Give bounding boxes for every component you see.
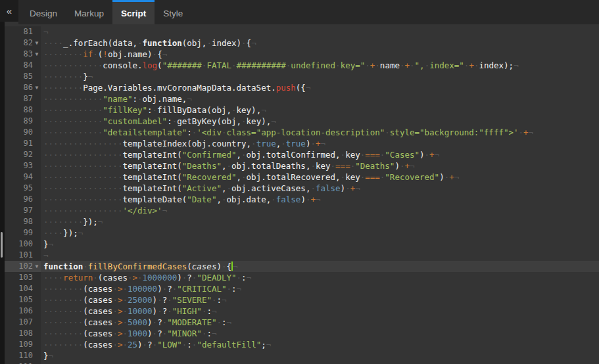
- code-text[interactable]: ········Page.Variables.mvCoronaMapData.d…: [41, 82, 599, 93]
- code-line[interactable]: 105········(cases·>·25000)·?·"SEVERE"·:¬: [5, 294, 599, 306]
- whitespace-marker: ·: [206, 38, 212, 48]
- code-line[interactable]: 103····return·(cases·>·1000000)·?·"DEADL…: [5, 272, 599, 283]
- code-text[interactable]: }¬: [41, 350, 599, 361]
- code-line[interactable]: 107········(cases·>·5000)·?·"MODERATE"·:…: [5, 317, 599, 328]
- line-number: 99: [5, 227, 33, 239]
- token: 1000000: [143, 273, 178, 283]
- code-text[interactable]: ········(cases·>·25000)·?·"SEVERE"·:¬: [41, 294, 599, 306]
- code-line[interactable]: 90············"detailstemplate":·'<div·c…: [5, 127, 599, 138]
- fold-arrow-icon[interactable]: ▼: [33, 37, 41, 49]
- code-text[interactable]: ············"detailstemplate":·'<div·cla…: [41, 127, 599, 138]
- code-line[interactable]: 93················templateInt("Deaths",·…: [5, 160, 599, 171]
- line-number: 92: [5, 149, 33, 160]
- code-line[interactable]: 109········(cases·>·25)·?·"LOW"·:·"defau…: [5, 339, 599, 350]
- token: :: [187, 340, 192, 350]
- code-line[interactable]: 97················'</div>'¬: [5, 205, 599, 216]
- code-text[interactable]: ················'</div>'¬: [41, 205, 599, 216]
- code-line[interactable]: 84············console.log("#######·FATAL…: [5, 60, 599, 71]
- token: "fillKey": [103, 105, 147, 115]
- code-line[interactable]: 108········(cases·>·1000)·?·"MINOR"·:¬: [5, 328, 599, 339]
- code-text[interactable]: ········});¬: [41, 216, 599, 227]
- code-line[interactable]: 104········(cases·>·100000)·?·"CRITICAL"…: [5, 283, 599, 294]
- code-text[interactable]: ········(cases·>·10000)·?·"HIGH"·:¬: [41, 306, 599, 317]
- code-text[interactable]: ················templateInt("Active",·ob…: [41, 183, 599, 194]
- code-line[interactable]: 87············"name":·obj.name,¬: [5, 93, 599, 104]
- code-text[interactable]: ················templateDate("Date",·obj…: [41, 194, 599, 205]
- code-text[interactable]: ············console.log("#######·FATAL·#…: [41, 60, 599, 71]
- token: push: [276, 83, 296, 93]
- code-line[interactable]: 88············"fillKey":·fillByData(obj,…: [5, 104, 599, 116]
- code-text[interactable]: ········(cases·>·100000)·?·"CRITICAL"·:¬: [41, 283, 599, 294]
- code-line[interactable]: 91················templateIndex(obj.coun…: [5, 138, 599, 149]
- collapse-panel-button[interactable]: «: [0, 0, 18, 22]
- gutter: 89: [5, 116, 41, 127]
- code-text[interactable]: ········}¬: [41, 71, 599, 82]
- code-text[interactable]: ········(cases·>·5000)·?·"MODERATE"·:¬: [41, 317, 599, 328]
- token: :: [167, 116, 172, 126]
- whitespace-marker: ¬: [227, 317, 232, 327]
- token: :: [216, 295, 222, 305]
- code-line[interactable]: 102▼function·fillByConfirmedCases(cases)…: [5, 261, 599, 272]
- code-text[interactable]: ············"customLabel":·getByKey(obj,…: [41, 116, 599, 127]
- code-text[interactable]: ········if·(!obj.name)·{¬: [41, 49, 599, 60]
- code-line[interactable]: 89············"customLabel":·getByKey(ob…: [5, 116, 599, 127]
- code-text[interactable]: ····});¬: [41, 227, 599, 239]
- fold-arrow-icon[interactable]: ▼: [33, 261, 41, 272]
- line-number: 93: [5, 160, 33, 171]
- tab-markup[interactable]: Markup: [66, 0, 112, 24]
- fold-spacer: [33, 239, 41, 250]
- fold-spacer: [33, 216, 41, 227]
- code-text[interactable]: ¬: [41, 250, 599, 261]
- code-line[interactable]: 95················templateInt("Active",·…: [5, 183, 599, 194]
- tab-script[interactable]: Script: [112, 0, 155, 24]
- line-number: 98: [5, 216, 33, 227]
- line-number: 86: [5, 82, 33, 93]
- gutter: 109: [5, 339, 41, 350]
- code-line[interactable]: 111¬: [5, 361, 599, 364]
- code-line[interactable]: 106········(cases·>·10000)·?·"HIGH"·:¬: [5, 306, 599, 317]
- gutter: 103: [5, 272, 41, 283]
- line-number: 81: [5, 26, 33, 37]
- token: key),: [247, 116, 272, 126]
- code-text[interactable]: ············"fillKey":·fillByData(obj,·k…: [41, 104, 599, 116]
- code-line[interactable]: 100}¬: [5, 239, 599, 250]
- whitespace-marker: ················: [43, 139, 122, 148]
- code-text[interactable]: ················templateInt("Recovered",…: [41, 171, 599, 183]
- code-line[interactable]: 81¬: [5, 26, 599, 37]
- tab-design[interactable]: Design: [21, 0, 66, 24]
- fold-arrow-icon[interactable]: ▼: [33, 49, 41, 60]
- code-text[interactable]: function·fillByConfirmedCases(cases)·{¬: [41, 261, 599, 272]
- token: +: [523, 127, 529, 137]
- whitespace-marker: ¬: [454, 172, 460, 182]
- code-line[interactable]: 94················templateInt("Recovered…: [5, 171, 599, 183]
- code-text[interactable]: ········(cases·>·25)·?·"LOW"·:·"defaultF…: [41, 339, 599, 350]
- whitespace-marker: ¬: [247, 273, 252, 283]
- code-text[interactable]: ············"name":·obj.name,¬: [41, 93, 599, 104]
- code-line[interactable]: 86▼········Page.Variables.mvCoronaMapDat…: [5, 82, 599, 93]
- code-line[interactable]: 85········}¬: [5, 71, 599, 82]
- fold-spacer: [33, 205, 41, 216]
- code-line[interactable]: 98········});¬: [5, 216, 599, 227]
- code-line[interactable]: 96················templateDate("Date",·o…: [5, 194, 599, 205]
- left-scrollbar-thumb[interactable]: [1, 232, 3, 258]
- tab-style[interactable]: Style: [155, 0, 191, 24]
- code-text[interactable]: ········(cases·>·1000)·?·"MINOR"·:¬: [41, 328, 599, 339]
- code-text[interactable]: ················templateInt("Confirmed",…: [41, 149, 599, 160]
- code-text[interactable]: ····return·(cases·>·1000000)·?·"DEADLY"·…: [41, 272, 599, 283]
- code-line[interactable]: 82▼····_.forEach(data,·function(obj,·ind…: [5, 37, 599, 49]
- code-line[interactable]: 101¬: [5, 250, 599, 261]
- code-text[interactable]: ¬: [41, 361, 599, 364]
- code-line[interactable]: 110}¬: [5, 350, 599, 361]
- code-editor[interactable]: 81¬82▼····_.forEach(data,·function(obj,·…: [5, 24, 599, 364]
- whitespace-marker: ·: [335, 60, 341, 70]
- gutter: 91: [5, 138, 41, 149]
- code-line[interactable]: 92················templateInt("Confirmed…: [5, 149, 599, 160]
- code-text[interactable]: }¬: [41, 239, 599, 250]
- code-text[interactable]: ¬: [41, 26, 599, 37]
- code-line[interactable]: 99····});¬: [5, 227, 599, 239]
- code-text[interactable]: ················templateInt("Deaths",·ob…: [41, 160, 599, 171]
- code-text[interactable]: ················templateIndex(obj.countr…: [41, 138, 599, 149]
- code-line[interactable]: 83▼········if·(!obj.name)·{¬: [5, 49, 599, 60]
- code-text[interactable]: ····_.forEach(data,·function(obj,·index)…: [41, 37, 599, 49]
- fold-arrow-icon[interactable]: ▼: [33, 82, 41, 93]
